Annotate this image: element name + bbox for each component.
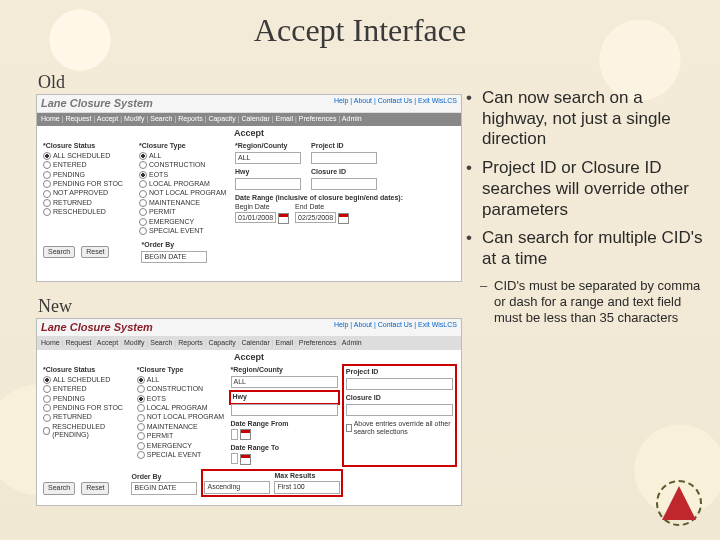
screenshot-new: Lane Closure System HelpAboutContact UsE… (36, 318, 462, 506)
orderby-select[interactable]: BEGIN DATE (141, 251, 207, 263)
begin-date-input[interactable]: 01/01/2008 (235, 212, 276, 223)
status-radio[interactable]: RETURNED (43, 199, 133, 207)
status-radio[interactable]: PENDING FOR STOC (43, 180, 133, 188)
section-title: Accept (37, 350, 461, 365)
search-button[interactable]: Search (43, 482, 75, 494)
type-radio[interactable]: PERMIT (139, 208, 229, 216)
hwy-select[interactable] (231, 404, 338, 416)
bullet-item: Project ID or Closure ID searches will o… (466, 158, 706, 220)
region-select[interactable]: ALL (231, 376, 338, 388)
type-radio[interactable]: SPECIAL EVENT (139, 227, 229, 235)
closure-id-input[interactable] (311, 178, 377, 190)
section-title: Accept (37, 126, 461, 141)
type-radio[interactable]: EOTS (139, 171, 229, 179)
project-id-input[interactable] (311, 152, 377, 164)
search-button[interactable]: Search (43, 246, 75, 258)
override-panel: Project ID Closure ID Above entries over… (344, 366, 455, 464)
calendar-icon[interactable] (240, 454, 251, 465)
calendar-icon[interactable] (338, 213, 349, 224)
type-radio[interactable]: EMERGENCY (139, 218, 229, 226)
calendar-icon[interactable] (278, 213, 289, 224)
status-radio[interactable]: PENDING (43, 395, 131, 403)
app-title: Lane Closure System (41, 321, 153, 333)
type-radio[interactable]: MAINTENANCE (137, 423, 225, 431)
hwy-label-highlighted: Hwy (231, 392, 338, 402)
type-radio[interactable]: ALL (139, 152, 229, 160)
closure-type-col: *Closure Type ALL CONSTRUCTION EOTS LOCA… (139, 142, 229, 235)
date-from-input[interactable] (231, 429, 239, 440)
type-radio[interactable]: EOTS (137, 395, 225, 403)
closure-status-col: *Closure Status ALL SCHEDULED ENTERED PE… (43, 142, 133, 235)
type-radio[interactable]: MAINTENANCE (139, 199, 229, 207)
end-date-input[interactable]: 02/25/2008 (295, 212, 336, 223)
region-select[interactable]: ALL (235, 152, 301, 164)
type-radio[interactable]: PERMIT (137, 432, 225, 440)
top-links: HelpAboutContact UsExit WisLCS (334, 321, 457, 329)
project-id-input[interactable] (346, 378, 453, 390)
status-radio[interactable]: RESCHEDULED (43, 208, 133, 216)
menubar: HomeRequestAcceptModifySearchReportsCapa… (37, 113, 461, 125)
status-radio[interactable]: ENTERED (43, 161, 133, 169)
hwy-select[interactable] (235, 178, 301, 190)
type-radio[interactable]: SPECIAL EVENT (137, 451, 225, 459)
status-radio[interactable]: RESCHEDULED (PENDING) (43, 423, 131, 440)
menubar: HomeRequestAcceptModifySearchReportsCapa… (37, 337, 461, 349)
closure-status-col: *Closure Status ALL SCHEDULED ENTERED PE… (43, 366, 131, 464)
sub-bullet-item: CID's must be separated by comma or dash… (466, 278, 706, 326)
bullet-item: Can search for multiple CID's at a time (466, 228, 706, 269)
status-radio[interactable]: ALL SCHEDULED (43, 152, 133, 160)
bullet-list: Can now search on a highway, not just a … (466, 88, 706, 325)
label-old: Old (38, 72, 65, 93)
status-radio[interactable]: ALL SCHEDULED (43, 376, 131, 384)
type-radio[interactable]: ALL (137, 376, 225, 384)
type-radio[interactable]: LOCAL PROGRAM (139, 180, 229, 188)
override-checkbox[interactable]: Above entries override all other search … (346, 420, 453, 437)
closure-id-input[interactable] (346, 404, 453, 416)
wisdot-logo (656, 480, 702, 526)
label-new: New (38, 296, 72, 317)
reset-button[interactable]: Reset (81, 482, 109, 494)
calendar-icon[interactable] (240, 429, 251, 440)
type-radio[interactable]: CONSTRUCTION (137, 385, 225, 393)
max-results-select[interactable]: First 100 (274, 481, 340, 493)
type-radio[interactable]: CONSTRUCTION (139, 161, 229, 169)
closure-type-col: *Closure Type ALL CONSTRUCTION EOTS LOCA… (137, 366, 225, 464)
screenshot-old: Lane Closure System HelpAboutContact UsE… (36, 94, 462, 282)
filters-right: *Region/County ALL Project ID Hwy Closur… (235, 142, 455, 235)
status-radio[interactable]: RETURNED (43, 413, 131, 421)
filters-middle: *Region/County ALL Hwy Date Range From D… (231, 366, 338, 464)
sort-maxresults-highlight: Ascending Max Results First 100 (203, 471, 341, 495)
top-links: HelpAboutContact UsExit WisLCS (334, 97, 457, 105)
status-radio[interactable]: NOT APPROVED (43, 189, 133, 197)
status-radio[interactable]: ENTERED (43, 385, 131, 393)
status-radio[interactable]: PENDING FOR STOC (43, 404, 131, 412)
date-to-input[interactable] (231, 453, 239, 464)
type-radio[interactable]: EMERGENCY (137, 442, 225, 450)
app-title: Lane Closure System (41, 97, 153, 109)
reset-button[interactable]: Reset (81, 246, 109, 258)
page-title: Accept Interface (0, 12, 720, 49)
orderby-select[interactable]: BEGIN DATE (131, 482, 197, 494)
type-radio[interactable]: LOCAL PROGRAM (137, 404, 225, 412)
status-radio[interactable]: PENDING (43, 171, 133, 179)
bullet-item: Can now search on a highway, not just a … (466, 88, 706, 150)
sort-select[interactable]: Ascending (204, 481, 270, 493)
type-radio[interactable]: NOT LOCAL PROGRAM (139, 189, 229, 197)
type-radio[interactable]: NOT LOCAL PROGRAM (137, 413, 225, 421)
